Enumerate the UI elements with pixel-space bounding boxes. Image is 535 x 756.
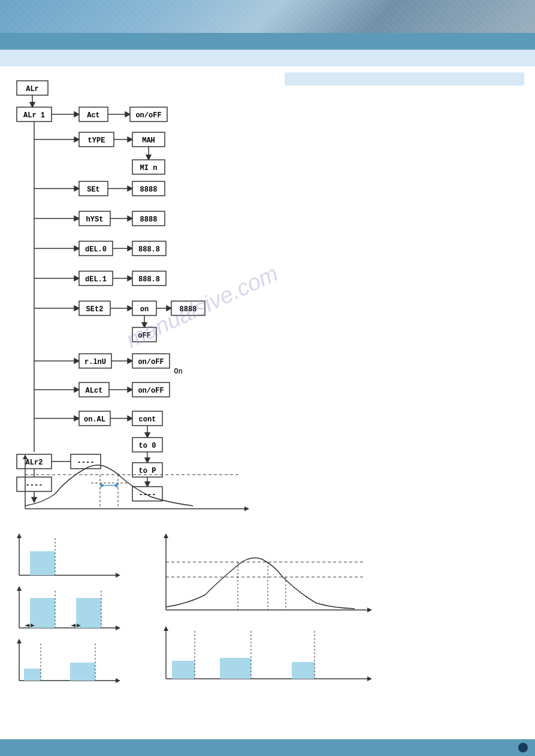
svg-marker-92 [74,416,79,421]
svg-marker-36 [74,216,79,221]
svg-marker-64 [128,306,132,311]
svg-marker-96 [128,416,132,421]
svg-marker-130 [113,483,117,488]
page-number-dot [518,743,528,752]
svg-text:hYSt: hYSt [86,215,104,224]
svg-marker-56 [128,276,132,281]
svg-text:Act: Act [87,111,100,120]
svg-rect-136 [30,551,55,575]
svg-marker-68 [167,306,171,311]
chart-right-2 [151,625,379,691]
svg-text:on/oFF: on/oFF [135,111,161,120]
chart-right-1 [151,532,379,625]
svg-text:8888: 8888 [140,186,158,194]
svg-marker-28 [74,186,79,191]
svg-marker-162 [164,533,168,538]
chart-left-3 [7,637,127,690]
svg-text:ALr 1: ALr 1 [23,111,45,120]
svg-rect-174 [220,658,251,679]
svg-marker-72 [142,323,147,327]
svg-marker-40 [128,216,132,221]
svg-text:888.8: 888.8 [138,245,160,254]
svg-rect-143 [76,598,101,628]
svg-text:on/oFF: on/oFF [138,387,164,395]
svg-text:ALct: ALct [86,387,103,395]
svg-marker-20 [128,137,132,142]
svg-marker-32 [128,186,132,191]
svg-marker-134 [17,533,22,538]
svg-text:8888: 8888 [140,215,158,224]
svg-marker-171 [164,626,168,631]
svg-marker-7 [74,112,79,117]
svg-text:SEt: SEt [87,186,100,194]
on-label: On [150,363,207,380]
svg-rect-173 [172,661,195,679]
svg-marker-123 [23,454,28,459]
main-content: manualsive.com .lcd { font-family: 'Cour… [0,66,535,514]
svg-marker-88 [128,387,132,392]
svg-marker-44 [74,246,79,251]
svg-marker-48 [128,246,132,251]
chart-left-1 [7,532,127,585]
svg-text:to 0: to 0 [139,442,156,450]
svg-marker-52 [74,276,79,281]
svg-text:MI n: MI n [140,164,158,172]
footer-bar [0,739,535,756]
svg-marker-129 [101,483,105,488]
svg-text:on: on [140,305,149,314]
svg-marker-163 [367,608,372,612]
right-label-box [285,72,524,86]
svg-text:oFF: oFF [138,332,151,340]
svg-text:r.lnU: r.lnU [84,358,106,366]
header-image [0,0,535,33]
charts-area [0,452,535,691]
svg-marker-124 [244,506,249,511]
svg-text:tYPE: tYPE [88,136,105,145]
svg-marker-80 [128,359,132,363]
section-bar [0,50,535,66]
svg-text:888.8: 888.8 [138,275,160,284]
svg-marker-76 [74,359,79,363]
svg-marker-100 [145,433,150,438]
svg-marker-141 [116,626,120,630]
svg-text:SEt2: SEt2 [86,305,104,314]
svg-rect-157 [70,663,95,681]
svg-text:dEL.1: dEL.1 [85,275,107,284]
svg-marker-84 [74,387,79,392]
svg-marker-172 [367,676,372,681]
svg-rect-156 [24,669,41,681]
svg-text:dEL.0: dEL.0 [85,245,107,254]
svg-marker-24 [146,155,151,160]
svg-rect-142 [30,598,55,628]
svg-marker-154 [17,639,22,643]
svg-text:cont: cont [139,415,156,424]
top-signal-chart [7,452,259,530]
svg-text:on.AL: on.AL [84,415,105,424]
svg-text:8888: 8888 [180,305,197,314]
svg-marker-11 [125,112,130,117]
top-blue-bar [0,33,535,50]
svg-marker-155 [116,678,120,683]
svg-rect-175 [292,662,315,679]
flow-diagram: .lcd { font-family: 'Courier New', monos… [11,75,274,512]
svg-marker-3 [30,102,35,107]
svg-text:ALr: ALr [26,85,39,93]
svg-text:MAH: MAH [142,136,155,145]
svg-marker-135 [116,573,120,578]
chart-left-2 [7,585,127,637]
svg-marker-140 [17,586,22,591]
svg-marker-60 [74,306,79,311]
svg-marker-16 [74,137,79,142]
